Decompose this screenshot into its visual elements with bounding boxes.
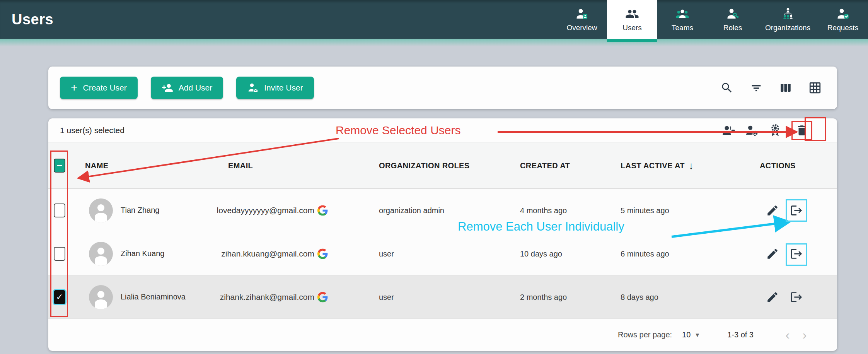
columns-icon[interactable]: [779, 81, 792, 94]
table-row: ✓ Lialia Beniaminova zihank.zihank@gmail…: [48, 275, 837, 319]
tab-teams[interactable]: Teams: [657, 0, 708, 39]
name-cell: Tian Zhang: [89, 198, 159, 222]
row-actions: [766, 204, 803, 217]
column-header-name[interactable]: NAME: [85, 161, 109, 170]
filter-icon[interactable]: [750, 81, 763, 94]
row-checkbox[interactable]: [54, 204, 65, 217]
email-cell: zihan.kkuang@gmail.com: [221, 248, 328, 259]
created-at: 2 months ago: [520, 292, 567, 301]
edit-icon[interactable]: [766, 291, 779, 304]
rows-per-page-select[interactable]: 10 ▼: [682, 330, 700, 339]
row-checkbox[interactable]: [54, 247, 65, 261]
invite-user-button[interactable]: Invite User: [236, 77, 314, 99]
tab-label: Organizations: [765, 24, 810, 32]
top-navigation-bar: Users Overview Users: [0, 0, 868, 39]
email-cell: lovedayyyyyyy@gmail.com: [217, 205, 328, 215]
column-header-created[interactable]: CREATED AT: [520, 161, 570, 170]
edit-icon[interactable]: [766, 204, 779, 217]
grid-icon[interactable]: [808, 81, 822, 94]
add-user-label: Add User: [179, 83, 213, 92]
tab-requests[interactable]: Requests: [818, 0, 868, 39]
last-active-at: 8 days ago: [621, 292, 658, 301]
rows-per-page-label: Rows per page:: [618, 330, 672, 339]
indeterminate-checkbox-icon: [54, 159, 65, 173]
column-header-roles[interactable]: ORGANIZATION ROLES: [379, 161, 470, 170]
selection-count-text: 1 user(s) selected: [60, 126, 124, 135]
org-roles: user: [379, 249, 394, 258]
created-at: 10 days ago: [520, 249, 562, 258]
toolbar-icon-group: [720, 81, 825, 94]
row-checkbox[interactable]: ✓: [54, 290, 65, 304]
groups-icon: [675, 7, 689, 21]
unchecked-checkbox-icon: [54, 247, 65, 261]
created-at: 4 months ago: [520, 206, 567, 215]
trash-annotation-box: [791, 121, 812, 140]
org-roles: user: [379, 292, 394, 301]
tab-label: Teams: [672, 24, 693, 32]
table-row: Tian Zhang lovedayyyyyyy@gmail.com organ…: [48, 189, 837, 232]
tab-label: Requests: [827, 24, 858, 32]
selection-bar: 1 user(s) selected: [48, 118, 837, 142]
trash-icon[interactable]: [795, 124, 808, 137]
avatar: [89, 198, 113, 222]
plus-icon: +: [71, 82, 78, 94]
table-footer: Rows per page: 10 ▼ 1-3 of 3 ‹ ›: [48, 319, 837, 351]
person-settings-icon[interactable]: [745, 123, 759, 137]
create-user-button[interactable]: + Create User: [60, 77, 138, 99]
user-name: Zihan Kuang: [121, 249, 164, 258]
column-header-actions[interactable]: ACTIONS: [760, 161, 796, 170]
table-header-row: NAME EMAIL ORGANIZATION ROLES CREATED AT…: [48, 142, 837, 189]
tab-overview[interactable]: Overview: [557, 0, 607, 39]
user-email: zihan.kkuang@gmail.com: [221, 249, 314, 258]
checked-checkbox-icon: ✓: [54, 290, 65, 304]
header-gradient: [0, 39, 868, 46]
table-row: Zihan Kuang zihan.kkuang@gmail.com user …: [48, 232, 837, 275]
select-all-checkbox[interactable]: [54, 159, 65, 173]
user-name: Lialia Beniaminova: [121, 292, 186, 301]
avatar: [89, 285, 113, 309]
previous-page-button[interactable]: ‹: [779, 328, 796, 341]
invite-user-label: Invite User: [264, 83, 303, 92]
add-user-button[interactable]: Add User: [151, 77, 223, 99]
next-page-button[interactable]: ›: [796, 328, 813, 341]
column-header-last-active-label: LAST ACTIVE AT: [621, 161, 685, 170]
last-active-at: 5 minutes ago: [621, 206, 669, 215]
unchecked-checkbox-icon: [54, 204, 65, 217]
person-remove-icon[interactable]: [722, 123, 736, 137]
remove-user-icon[interactable]: [790, 204, 803, 217]
tab-organizations[interactable]: Organizations: [758, 0, 818, 39]
badge-icon[interactable]: [768, 123, 782, 137]
google-icon: [317, 248, 328, 259]
tab-label: Users: [622, 24, 642, 32]
toolbar-card: + Create User Add User Invite User: [48, 67, 837, 109]
tab-users[interactable]: Users: [607, 0, 657, 42]
google-icon: [317, 292, 328, 302]
tab-label: Roles: [723, 24, 742, 32]
name-cell: Zihan Kuang: [89, 242, 164, 266]
org-chart-icon: [781, 7, 795, 21]
selection-actions: [722, 121, 825, 140]
last-active-at: 6 minutes ago: [621, 249, 669, 258]
user-email: zihank.zihank@gmail.com: [220, 292, 314, 302]
person-key-icon: [726, 7, 740, 21]
person-badge-icon: [575, 7, 589, 21]
avatar: [89, 242, 113, 266]
org-roles: organization admin: [379, 206, 444, 215]
edit-icon[interactable]: [766, 247, 779, 260]
name-cell: Lialia Beniaminova: [89, 285, 186, 309]
sort-desc-icon[interactable]: ↓: [689, 159, 694, 171]
person-check-icon: [836, 7, 850, 21]
tab-label: Overview: [566, 24, 597, 32]
user-email: lovedayyyyyyy@gmail.com: [217, 206, 314, 215]
person-add-icon: [162, 82, 173, 94]
column-header-email[interactable]: EMAIL: [228, 161, 253, 170]
tab-roles[interactable]: Roles: [708, 0, 758, 39]
google-icon: [317, 205, 328, 215]
search-icon[interactable]: [720, 81, 733, 94]
page-title: Users: [0, 11, 53, 28]
remove-user-icon[interactable]: [790, 291, 803, 304]
create-user-label: Create User: [83, 83, 127, 92]
remove-user-icon[interactable]: [790, 247, 803, 260]
user-name: Tian Zhang: [121, 206, 159, 215]
column-header-last-active[interactable]: LAST ACTIVE AT ↓: [621, 159, 694, 171]
